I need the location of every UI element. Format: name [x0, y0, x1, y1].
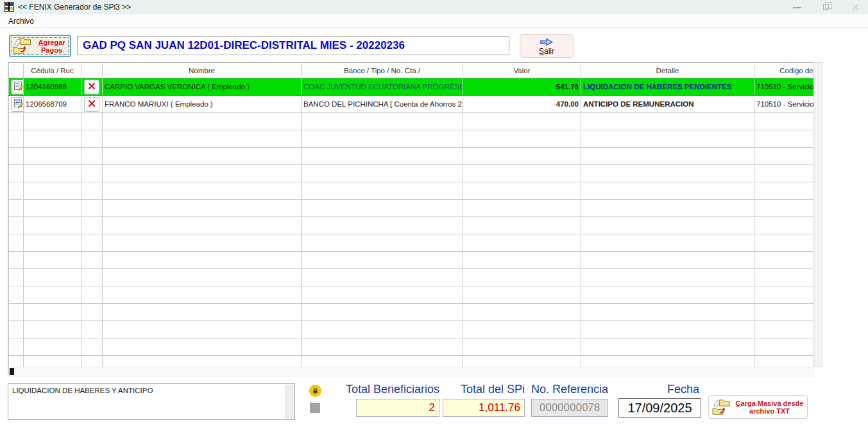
cell-codigo: 710510 - Servicios Personales por Contra…: [754, 96, 814, 113]
total-beneficiarios-label: Total Beneficiarios: [324, 383, 439, 396]
empty-row: [9, 130, 814, 148]
cell-codigo: [754, 356, 814, 367]
cell-del: [81, 78, 103, 96]
delete-x-icon: [88, 100, 96, 109]
cell-del: [81, 130, 103, 148]
maximize-button[interactable]: [816, 0, 838, 14]
cell-del: [81, 269, 103, 286]
spi-description-input[interactable]: GAD PQ SAN JUAN 12D01-DIREC-DISTRITAL MI…: [77, 36, 509, 55]
cell-codigo: [754, 338, 814, 356]
cell-del: [81, 321, 103, 338]
lock-icon: [312, 387, 319, 394]
cell-codigo: [754, 321, 814, 338]
referencia-value: 0000000078: [531, 399, 608, 417]
cell-icon: [9, 217, 24, 234]
minimize-button[interactable]: [787, 0, 808, 14]
cell-nombre: [103, 182, 302, 200]
fecha-input[interactable]: 17/09/2025: [618, 398, 701, 418]
descripcion-textarea[interactable]: LIQUIDACION DE HABERES Y ANTICIPO: [8, 383, 295, 420]
cell-cedula: [24, 252, 81, 269]
cell-del: [81, 113, 103, 130]
cell-del: [81, 252, 103, 269]
cell-del: [81, 182, 103, 200]
scrollbar-thumb[interactable]: [10, 368, 14, 375]
cell-valor: [463, 148, 581, 165]
grid-vertical-scrollbar[interactable]: [813, 62, 822, 367]
cell-banco: [302, 113, 463, 130]
app-icon: [4, 2, 14, 12]
grid-horizontal-scrollbar[interactable]: [8, 367, 813, 376]
column-header: [9, 63, 24, 78]
empty-row: [9, 165, 814, 182]
delete-row-button[interactable]: [84, 80, 99, 94]
cell-codigo: [754, 304, 814, 321]
cell-codigo: [754, 130, 814, 148]
lock-button[interactable]: [309, 385, 321, 397]
total-spi-label: Total del SPi: [423, 383, 525, 396]
app-window: << FENIX Generador de SPi3 >> ✕ Archivo …: [0, 0, 868, 447]
cell-banco: [302, 148, 463, 165]
cell-del: [81, 234, 103, 252]
cell-codigo: 710510 - Servicios Personales por Contra…: [754, 78, 814, 96]
cell-nombre: [103, 234, 302, 252]
delete-row-button[interactable]: [84, 97, 99, 112]
cell-del: [81, 165, 103, 182]
cell-banco: COAC JUVENTUD ECUATORIANA PROGRESISTA LT…: [302, 78, 463, 96]
cell-banco: [302, 200, 463, 217]
cell-cedula: [24, 321, 81, 338]
menu-bar: Archivo: [0, 14, 868, 28]
cell-detalle: [581, 165, 754, 182]
cell-detalle: [581, 148, 754, 165]
title-bar: << FENIX Generador de SPi3 >> ✕: [0, 0, 868, 14]
column-header: [81, 63, 103, 78]
cell-cedula: [24, 148, 81, 165]
delete-x-icon: [88, 82, 96, 92]
table-row[interactable]: 1204160988CARPIO VARGAS VERONICA ( Emple…: [9, 78, 814, 96]
cell-nombre: [103, 338, 302, 356]
column-header: Cédula / Ruc: [24, 63, 81, 78]
textarea-scrollbar[interactable]: [285, 385, 294, 419]
empty-row: [9, 217, 814, 234]
edit-row-button[interactable]: [11, 97, 24, 112]
cell-nombre: FRANCO MARIUXI ( Empleado ): [103, 96, 302, 113]
column-header: Nombre: [103, 63, 302, 78]
cell-valor: [463, 217, 581, 234]
cell-nombre: [103, 165, 302, 182]
cell-del: [81, 96, 103, 113]
carga-masiva-button[interactable]: Carga Masiva desdearchivo TXT: [708, 395, 808, 419]
cell-cedula: [24, 338, 81, 356]
table-row[interactable]: 1206568709FRANCO MARIUXI ( Empleado )BAN…: [9, 96, 814, 113]
column-header: Detalle: [581, 63, 754, 78]
status-square: [310, 403, 320, 413]
cell-icon: [9, 96, 24, 113]
cell-icon: [9, 356, 24, 367]
cell-nombre: [103, 130, 302, 148]
cell-icon: [9, 304, 24, 321]
cell-banco: [302, 217, 463, 234]
agregar-pagos-button[interactable]: AgregarPagos: [9, 35, 71, 57]
cell-valor: [463, 321, 581, 338]
cell-detalle: [581, 130, 754, 148]
empty-row: [9, 269, 814, 286]
empty-row: [9, 338, 814, 356]
cell-detalle: [581, 113, 754, 130]
cell-icon: [9, 286, 24, 304]
cell-cedula: [24, 286, 81, 304]
cell-banco: [302, 338, 463, 356]
cell-valor: [463, 304, 581, 321]
menu-item-archivo[interactable]: Archivo: [6, 16, 37, 26]
empty-row: [9, 182, 814, 200]
salir-button[interactable]: Salir: [520, 34, 574, 58]
cell-valor: [463, 165, 581, 182]
cell-nombre: [103, 252, 302, 269]
cell-nombre: [103, 269, 302, 286]
close-button[interactable]: ✕: [846, 0, 867, 14]
cell-banco: [302, 165, 463, 182]
cell-detalle: [581, 304, 754, 321]
cell-nombre: [103, 113, 302, 130]
cell-banco: [302, 130, 463, 148]
edit-row-button[interactable]: [11, 80, 24, 94]
cell-icon: [9, 165, 24, 182]
cell-valor: [463, 286, 581, 304]
cell-valor: [463, 356, 581, 367]
